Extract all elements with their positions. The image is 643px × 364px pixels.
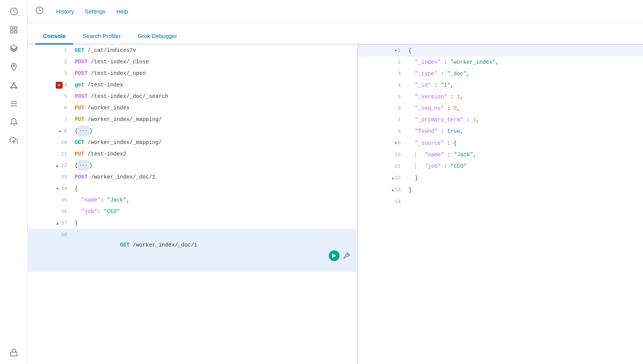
table-row[interactable]: ▼9 "_source" : {	[358, 137, 643, 149]
line-number: 5	[28, 91, 71, 102]
line-number: 36	[28, 206, 71, 217]
line-content: GET /_cat/indices?v	[71, 45, 357, 56]
code-table-left: 1 GET /_cat/indices?v 2 POST /test-index…	[28, 45, 357, 272]
table-row[interactable]: 5 POST /test-index/_doc/_search	[28, 91, 357, 102]
line-number: ▼1	[358, 45, 405, 56]
line-number: 2	[358, 56, 405, 68]
fold-button[interactable]: ▶	[55, 164, 60, 169]
sidebar	[0, 0, 28, 364]
sidebar-icon-map[interactable]	[5, 58, 22, 75]
nav-help[interactable]: Help	[116, 7, 128, 16]
line-number: ▲13	[358, 184, 405, 196]
line-number: ▲12	[358, 172, 405, 184]
table-row[interactable]: 2 "_index" : "worker_index",	[358, 56, 643, 68]
table-row[interactable]: 5 "_version" : 1,	[358, 91, 643, 103]
editor-right[interactable]: ▼1 { 2 "_index" : "worker_index", 3 "_ty…	[358, 45, 643, 364]
table-row[interactable]: 21 PUT /test-index2	[28, 148, 357, 160]
table-row[interactable]: ▲13 }	[358, 184, 643, 196]
tab-grok-debugger[interactable]: Grok Debugger	[130, 28, 185, 44]
wrench-button[interactable]	[342, 251, 351, 260]
table-row[interactable]: 20 GET /worker_index/_mapping/	[28, 137, 357, 148]
sidebar-icon-list[interactable]	[5, 95, 22, 112]
line-content: "found" : true,	[405, 126, 643, 137]
error-badge: ✕	[56, 82, 63, 89]
sidebar-icon-clock[interactable]	[5, 3, 22, 20]
editor-left[interactable]: 1 GET /_cat/indices?v 2 POST /test-index…	[28, 45, 358, 364]
table-row[interactable]: ▶8 {···}	[28, 125, 357, 137]
table-row[interactable]: 11 "job" : "CEO"	[358, 160, 643, 172]
sidebar-icon-alert[interactable]	[5, 114, 22, 131]
fold-arrow[interactable]: ▼	[394, 141, 397, 146]
line-number: 1	[28, 45, 71, 56]
sidebar-icon-lock[interactable]	[5, 344, 22, 361]
sidebar-icon-layers[interactable]	[5, 40, 22, 57]
table-row[interactable]: 10 "name" : "Jack",	[358, 149, 643, 160]
table-row[interactable]: 35 "name": "Jack",	[28, 194, 357, 206]
line-content: "job": "CEO"	[71, 206, 357, 217]
line-number: 21	[28, 148, 71, 160]
line-content: "name" : "Jack",	[405, 149, 643, 160]
sidebar-icon-nodes[interactable]	[5, 77, 22, 94]
table-row[interactable]: 6 "_seq_no" : 0,	[358, 103, 643, 114]
table-row[interactable]: 7 PUT /worker_index/_mapping/	[28, 114, 357, 125]
table-row[interactable]: 4 "_id" : "1",	[358, 79, 643, 91]
nav-settings[interactable]: Settings	[85, 7, 106, 16]
svg-line-11	[14, 83, 16, 87]
svg-point-6	[13, 65, 15, 67]
nav-history[interactable]: History	[56, 7, 74, 16]
table-row[interactable]: ▶22 {···}	[28, 160, 357, 171]
sidebar-icon-upload[interactable]	[5, 132, 22, 149]
line-content: "_primary_term" : 1,	[405, 114, 643, 126]
table-row[interactable]: 33 POST /worker_index/_doc/1	[28, 171, 357, 183]
line-content: get /test-index	[71, 79, 357, 91]
line-number: 14	[358, 196, 405, 207]
tab-search-profiler[interactable]: Search Profiler	[75, 28, 128, 44]
table-row[interactable]: 2 POST /test-index/_close	[28, 56, 357, 68]
table-row[interactable]: 36 "job": "CEO"	[28, 206, 357, 217]
table-row[interactable]: 8 "found" : true,	[358, 126, 643, 137]
tabbar: Console Search Profiler Grok Debugger	[28, 23, 643, 45]
line-number: 7	[28, 114, 71, 125]
table-row[interactable]: ▼1 {	[358, 45, 643, 56]
fold-arrow[interactable]: ▲	[392, 176, 394, 180]
line-content	[405, 196, 643, 207]
line-number: 8	[358, 126, 405, 137]
table-row[interactable]: ✕4 get /test-index	[28, 79, 357, 91]
svg-rect-2	[14, 27, 17, 29]
fold-arrow[interactable]: ▲	[392, 188, 394, 192]
svg-point-7	[13, 82, 15, 84]
svg-rect-3	[10, 31, 13, 33]
fold-button[interactable]: ▲	[55, 221, 60, 227]
table-row[interactable]: 6 PUT /worker_index	[28, 102, 357, 114]
table-row[interactable]: ▲12 }	[358, 172, 643, 184]
fold-button[interactable]: ▶	[58, 129, 63, 134]
line-number: 6	[28, 102, 71, 114]
line-content: "name": "Jack",	[71, 194, 357, 206]
collapsed-content[interactable]: ···	[78, 160, 89, 171]
line-content: GET /worker_index/_doc/1	[71, 229, 357, 272]
fold-button[interactable]: ▼	[55, 187, 60, 192]
fold-arrow[interactable]: ▼	[394, 49, 397, 53]
table-row[interactable]: 3 "_type" : "_doc",	[358, 68, 643, 79]
line-content: "_id" : "1",	[405, 79, 643, 91]
line-number: 4	[358, 79, 405, 91]
collapsed-content[interactable]: ···	[78, 126, 89, 136]
line-content: }	[71, 217, 357, 229]
run-button[interactable]	[329, 250, 340, 261]
table-row[interactable]: 38 GET /worker_index/_doc/1	[28, 229, 357, 272]
tab-console[interactable]: Console	[35, 28, 73, 44]
line-content: "_type" : "_doc",	[405, 68, 643, 79]
sidebar-icon-dashboard[interactable]	[5, 22, 22, 38]
line-content: }	[405, 184, 643, 196]
table-row[interactable]: ▲37 }	[28, 217, 357, 229]
line-content: "job" : "CEO"	[405, 160, 643, 172]
table-row[interactable]: 3 POST /test-index/_open	[28, 68, 357, 79]
table-row[interactable]: 1 GET /_cat/indices?v	[28, 45, 357, 56]
svg-rect-1	[10, 27, 13, 29]
table-row[interactable]: ▼34 {	[28, 183, 357, 194]
svg-rect-4	[14, 31, 17, 33]
table-row[interactable]: 7 "_primary_term" : 1,	[358, 114, 643, 126]
svg-marker-19	[332, 253, 336, 258]
line-content: PUT /worker_index	[71, 102, 357, 114]
line-content: "_seq_no" : 0,	[405, 103, 643, 114]
